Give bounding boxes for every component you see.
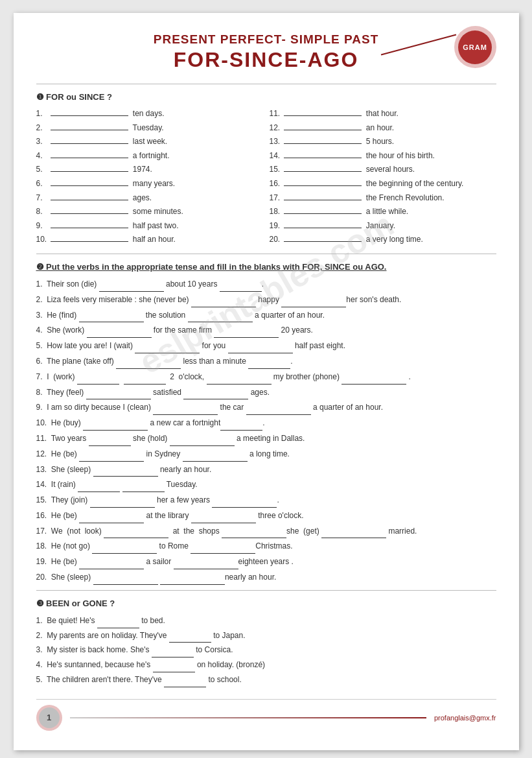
- list-item: 11. Two years she (hold) a meeting in Da…: [36, 431, 496, 446]
- list-item: 2. Liza feels very miserable : she (neve…: [36, 292, 496, 307]
- header-divider: [36, 84, 496, 84]
- footer-email: profanglais@gmx.fr: [434, 714, 496, 722]
- gram-label: GRAM: [458, 30, 492, 64]
- list-item: 13. She (sleep) nearly an hour.: [36, 462, 496, 477]
- section3-list: 1. Be quiet! He's to bed. 2. My parents …: [36, 613, 496, 687]
- list-item: 15. several hours.: [270, 163, 496, 177]
- gram-circle-outer: GRAM: [454, 26, 496, 68]
- section1-divider: [36, 254, 496, 254]
- list-item: 9. I am so dirty because I (clean) the c…: [36, 400, 496, 415]
- list-item: 19. He (be) a sailor eighteen years .: [36, 554, 496, 569]
- list-item: 16. the beginning of the century.: [270, 177, 496, 191]
- section3-title: ❸ BEEN or GONE ?: [36, 598, 496, 608]
- list-item: 6. The plane (take off) less than a minu…: [36, 354, 496, 369]
- list-item: 1. ten days.: [36, 107, 263, 121]
- list-item: 17. the French Revolution.: [270, 191, 496, 206]
- title-subtitle: PRESENT PERFECT- SIMPLE PAST: [36, 32, 496, 47]
- list-item: 12. an hour.: [270, 121, 496, 136]
- list-item: 17. We (not look) at the shops she (get)…: [36, 524, 496, 539]
- list-item: 18. a little while.: [270, 205, 496, 219]
- section1-title: ❶ FOR ou SINCE ?: [36, 92, 496, 102]
- section2-list: 1. Their son (die) about 10 years . 2. L…: [36, 277, 496, 585]
- footer-line: [70, 717, 426, 718]
- section1-grid: 1. ten days. 2. Tuesday. 3. last week. 4…: [36, 107, 496, 247]
- header: PRESENT PERFECT- SIMPLE PAST FOR-SINCE-A…: [36, 32, 496, 72]
- list-item: 10. half an hour.: [36, 233, 263, 247]
- list-item: 19. January.: [270, 219, 496, 233]
- list-item: 1. Their son (die) about 10 years .: [36, 277, 496, 292]
- list-item: 14. It (rain) Tuesday.: [36, 477, 496, 492]
- list-item: 5. The children aren't there. They've to…: [36, 672, 496, 687]
- list-item: 8. They (feel) satisfied ages.: [36, 385, 496, 400]
- list-item: 2. My parents are on holiday. They've to…: [36, 628, 496, 643]
- list-item: 11. that hour.: [270, 107, 496, 121]
- footer: 1 profanglais@gmx.fr: [36, 699, 496, 731]
- list-item: 18. He (not go) to Rome Christmas.: [36, 539, 496, 554]
- list-item: 6. many years.: [36, 177, 263, 191]
- gram-badge: GRAM: [454, 26, 496, 68]
- list-item: 10. He (buy) a new car a fortnight.: [36, 416, 496, 431]
- list-item: 20. a very long time.: [270, 233, 496, 247]
- list-item: 13. 5 hours.: [270, 135, 496, 149]
- page-badge: 1: [36, 705, 62, 731]
- list-item: 3. last week.: [36, 135, 263, 149]
- page: eslprintables.com PRESENT PERFECT- SIMPL…: [14, 13, 519, 750]
- list-item: 8. some minutes.: [36, 205, 263, 219]
- list-item: 14. the hour of his birth.: [270, 149, 496, 163]
- list-item: 7. ages.: [36, 191, 263, 206]
- list-item: 4. He's suntanned, because he's on holid…: [36, 657, 496, 672]
- section1-right: 11. that hour. 12. an hour. 13. 5 hours.…: [270, 107, 496, 247]
- section2-title: ❷ Put the verbs in the appropriate tense…: [36, 262, 496, 272]
- page-number: 1: [39, 707, 60, 728]
- list-item: 4. She (work) for the same firm 20 years…: [36, 323, 496, 338]
- section1-left: 1. ten days. 2. Tuesday. 3. last week. 4…: [36, 107, 263, 247]
- list-item: 3. He (find) the solution a quarter of a…: [36, 308, 496, 323]
- list-item: 9. half past two.: [36, 219, 263, 233]
- list-item: 7. I (work) 2 o'clock, my brother (phone…: [36, 370, 496, 385]
- list-item: 5. 1974.: [36, 163, 263, 177]
- section2-divider: [36, 590, 496, 591]
- list-item: 12. He (be) in Sydney a long time.: [36, 447, 496, 462]
- list-item: 1. Be quiet! He's to bed.: [36, 613, 496, 628]
- list-item: 16. He (be) at the library three o'clock…: [36, 508, 496, 523]
- list-item: 20. She (sleep) nearly an hour.: [36, 570, 496, 585]
- list-item: 15. They (join) her a few years .: [36, 493, 496, 508]
- list-item: 2. Tuesday.: [36, 121, 263, 136]
- list-item: 3. My sister is back home. She's to Cors…: [36, 643, 496, 657]
- title-main: FOR-SINCE-AGO: [36, 48, 496, 72]
- list-item: 4. a fortnight.: [36, 149, 263, 163]
- list-item: 5. How late you are! I (wait) for you ha…: [36, 338, 496, 353]
